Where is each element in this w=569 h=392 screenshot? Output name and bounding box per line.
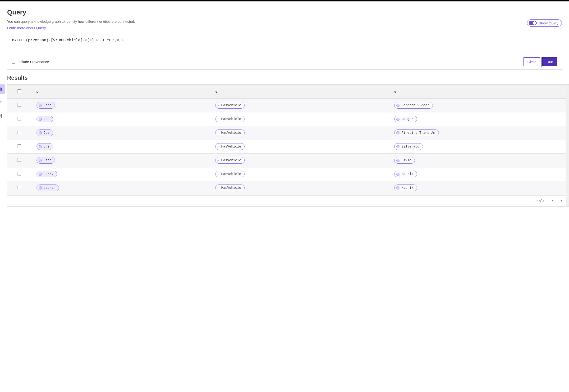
entity-label: Lauren — [44, 186, 56, 190]
learn-more-link[interactable]: Learn more about Query — [7, 26, 135, 30]
entity-dot-icon — [39, 186, 42, 189]
table-row: Joe→HasVehicleFirebird Trans Am — [7, 126, 569, 140]
svg-point-6 — [0, 101, 1, 102]
relation-label: HasVehicle — [221, 172, 241, 176]
relation-label: HasVehicle — [221, 131, 241, 135]
table-row: Lauren→HasVehicleMatrix — [7, 181, 569, 195]
row-select[interactable] — [7, 112, 32, 126]
entity-label: Civic — [401, 158, 411, 162]
clear-button[interactable]: Clear — [524, 57, 540, 66]
entity-pill[interactable]: Uri — [37, 143, 53, 150]
query-input[interactable] — [7, 34, 562, 53]
entity-pill[interactable]: Etta — [37, 157, 55, 164]
column-header-p[interactable]: p — [32, 85, 211, 98]
column-header-e[interactable]: e — [390, 85, 569, 98]
entity-pill[interactable]: Civic — [394, 157, 415, 164]
graph-icon — [0, 100, 2, 105]
checkbox-icon — [17, 186, 21, 189]
entity-pill[interactable]: Silverado — [394, 143, 423, 150]
results-table: p v e Jane→HasVehicleHardtop 2-doorJoe→H… — [7, 85, 569, 181]
entity-label: Matrix — [401, 172, 413, 176]
results-view-tabs — [0, 84, 7, 207]
relation-pill[interactable]: →HasVehicle — [215, 184, 245, 191]
relation-pill[interactable]: →HasVehicle — [215, 143, 245, 150]
table-icon — [0, 87, 2, 92]
relation-label: HasVehicle — [221, 186, 241, 190]
row-select[interactable] — [7, 181, 32, 195]
entity-pill[interactable]: Firebird Trans Am — [394, 129, 439, 136]
entity-dot-icon — [396, 118, 400, 121]
arrow-right-icon: → — [217, 159, 219, 162]
entity-dot-icon — [39, 118, 42, 121]
checkbox-icon — [17, 144, 21, 148]
arrow-right-icon: → — [217, 104, 219, 107]
entity-dot-icon — [396, 186, 400, 189]
results-pager: 1-7 of 7 ‹ › — [7, 196, 569, 206]
entity-pill[interactable]: Lauren — [37, 184, 59, 191]
pager-prev-button[interactable]: ‹ — [551, 198, 554, 203]
entity-dot-icon — [39, 159, 42, 162]
column-header-v[interactable]: v — [211, 85, 390, 98]
entity-pill[interactable]: Hardtop 2-door — [394, 102, 433, 109]
entity-label: Firebird Trans Am — [401, 131, 435, 135]
row-select[interactable] — [7, 98, 32, 112]
relation-label: HasVehicle — [221, 158, 241, 162]
show-query-toggle[interactable]: Show Query — [527, 19, 562, 27]
entity-label: Etta — [44, 158, 52, 162]
run-button[interactable]: Run — [542, 57, 557, 66]
entity-dot-icon — [39, 145, 42, 148]
arrow-right-icon: → — [217, 131, 219, 135]
checkbox-icon — [17, 131, 21, 134]
graph-view-tab[interactable] — [0, 98, 5, 108]
relation-pill[interactable]: →HasVehicle — [215, 129, 245, 136]
relation-pill[interactable]: →HasVehicle — [215, 116, 245, 122]
entity-label: Hardtop 2-door — [401, 103, 429, 107]
include-provenance-checkbox[interactable]: Include Provenance — [12, 60, 49, 64]
select-all-header[interactable] — [7, 85, 32, 98]
relation-label: HasVehicle — [221, 103, 241, 107]
relation-pill[interactable]: →HasVehicle — [215, 157, 245, 164]
entity-label: Silverado — [401, 145, 419, 148]
entity-dot-icon — [396, 131, 400, 134]
show-query-label: Show Query — [539, 21, 558, 25]
entity-dot-icon — [39, 173, 42, 176]
entity-label: Larry — [44, 172, 54, 176]
table-row: Larry→HasVehicleMatrix — [7, 167, 569, 181]
entity-dot-icon — [396, 159, 400, 162]
entity-pill[interactable]: Ranger — [394, 116, 417, 122]
entity-dot-icon — [396, 145, 400, 148]
entity-pill[interactable]: Larry — [37, 171, 57, 177]
entity-dot-icon — [39, 131, 42, 134]
relation-pill[interactable]: →HasVehicle — [215, 102, 245, 109]
entity-pill[interactable]: Joe — [37, 116, 53, 122]
entity-label: Jane — [44, 103, 52, 107]
pager-status: 1-7 of 7 — [533, 199, 544, 203]
results-title: Results — [7, 74, 562, 81]
chart-view-tab[interactable] — [0, 111, 5, 121]
relation-label: HasVehicle — [221, 117, 241, 121]
entity-pill[interactable]: Matrix — [394, 184, 417, 191]
row-select[interactable] — [7, 140, 32, 154]
entity-label: Joe — [44, 131, 50, 135]
table-row: Etta→HasVehicleCivic — [7, 154, 569, 167]
row-select[interactable] — [7, 126, 32, 140]
table-view-tab[interactable] — [0, 84, 5, 94]
toggle-switch-icon — [529, 21, 537, 25]
pager-next-button[interactable]: › — [560, 198, 563, 203]
arrow-right-icon: → — [217, 186, 219, 190]
scrollbar[interactable] — [566, 85, 569, 206]
query-panel: Include Provenance Clear Run — [7, 34, 562, 70]
entity-pill[interactable]: Jane — [37, 102, 55, 109]
table-row: Jane→HasVehicleHardtop 2-door — [7, 98, 569, 112]
arrow-right-icon: → — [217, 172, 219, 176]
checkbox-icon — [17, 103, 21, 107]
checkbox-icon — [17, 117, 21, 120]
relation-pill[interactable]: →HasVehicle — [215, 171, 245, 177]
page-subtitle: You can query a knowledge graph to ident… — [7, 19, 135, 24]
row-select[interactable] — [7, 154, 32, 167]
arrow-right-icon: → — [217, 145, 219, 148]
entity-label: Uri — [44, 145, 50, 148]
entity-pill[interactable]: Matrix — [394, 171, 417, 177]
entity-pill[interactable]: Joe — [37, 129, 53, 136]
row-select[interactable] — [7, 167, 32, 181]
